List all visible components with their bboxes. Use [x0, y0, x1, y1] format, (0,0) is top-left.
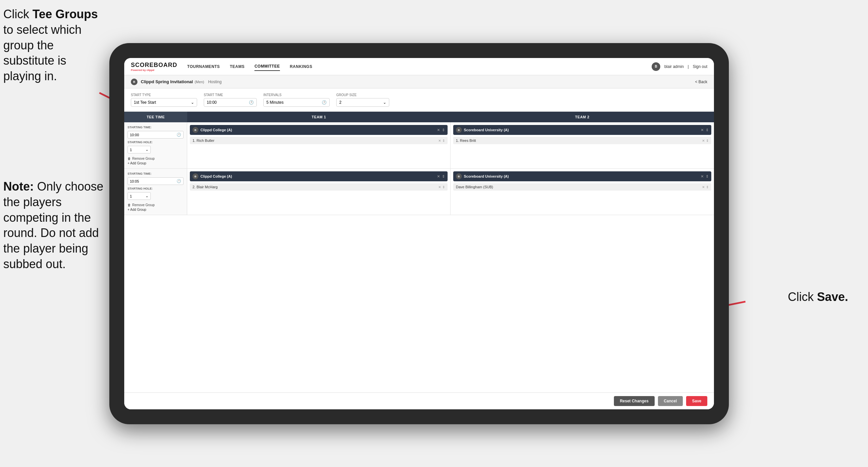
- table-row: STARTING TIME: 10:00 🕐 STARTING HOLE: 1 …: [124, 122, 714, 169]
- table-row: STARTING TIME: 10:05 🕐 STARTING HOLE: 1 …: [124, 169, 714, 215]
- group-1-time-input[interactable]: 10:00 🕐: [128, 131, 184, 139]
- group-1-remove-button[interactable]: 🗑 Remove Group: [128, 157, 184, 160]
- start-type-field: Start Type 1st Tee Start ⌄: [131, 93, 197, 107]
- trash-icon: 🗑: [128, 157, 131, 160]
- start-time-field: Start Time 10:00 🕐: [204, 93, 257, 107]
- group-2-team1-entry[interactable]: B Clippd College (A) ✕ ⇕: [190, 171, 447, 181]
- group-2-team2-badge: B: [456, 173, 462, 179]
- nav-committee[interactable]: COMMITTEE: [254, 62, 280, 71]
- start-type-label: Start Type: [131, 93, 197, 97]
- nav-links: TOURNAMENTS TEAMS COMMITTEE RANKINGS: [187, 62, 312, 71]
- group-1-settings: STARTING TIME: 10:00 🕐 STARTING HOLE: 1 …: [124, 122, 187, 168]
- logo-powered: Powered by clippd: [131, 68, 177, 71]
- hosting-label: Hosting: [208, 80, 222, 84]
- team1-header: Team 1: [187, 112, 451, 122]
- navbar: SCOREBOARD Powered by clippd TOURNAMENTS…: [124, 58, 714, 75]
- group-1-team1-player-1-arrows-icon: ⇕: [442, 139, 445, 143]
- group-size-input[interactable]: 2 ⌄: [336, 98, 389, 107]
- start-time-label: Start Time: [204, 93, 257, 97]
- group-1-actions: 🗑 Remove Group + Add Group: [128, 157, 184, 165]
- team2-header: Team 2: [451, 112, 714, 122]
- group-1-team1-remove-icon[interactable]: ✕: [437, 128, 440, 132]
- group-1-team2-remove-icon[interactable]: ✕: [701, 128, 704, 132]
- group-2-team2-entry[interactable]: B Scoreboard University (A) ✕ ⇕: [453, 171, 711, 181]
- group-1-team2-actions: ✕ ⇕: [701, 128, 709, 132]
- group-1-time-clock-icon: 🕐: [177, 133, 181, 137]
- group-2-team2-name: Scoreboard University (A): [464, 174, 699, 178]
- group-2-team1-badge: B: [192, 173, 198, 179]
- group-1-team1-name: Clippd College (A): [200, 128, 435, 132]
- group-size-field: Group Size 2 ⌄: [336, 93, 389, 107]
- group-2-hole-input[interactable]: 1 ⌄: [128, 192, 151, 200]
- group-1-team2-player-1-remove[interactable]: ✕: [702, 139, 705, 143]
- reset-changes-button[interactable]: Reset Changes: [614, 396, 655, 406]
- group-1-team1-entry[interactable]: B Clippd College (A) ✕ ⇕: [190, 125, 447, 135]
- back-button[interactable]: < Back: [695, 80, 707, 84]
- group-2-team1-player-1-arrows-icon: ⇕: [442, 185, 445, 189]
- group-2-remove-button[interactable]: 🗑 Remove Group: [128, 203, 184, 207]
- group-1-team2-player-1-name: 1. Rees Britt: [456, 139, 700, 143]
- group-1-team1-player-1-remove[interactable]: ✕: [438, 139, 441, 143]
- sign-out-link[interactable]: Sign out: [693, 64, 707, 69]
- group-2-actions: 🗑 Remove Group + Add Group: [128, 203, 184, 211]
- start-time-input[interactable]: 10:00 🕐: [204, 98, 257, 107]
- logo-scoreboard: SCOREBOARD: [131, 62, 177, 68]
- group-1-team2-entry[interactable]: B Scoreboard University (A) ✕ ⇕: [453, 125, 711, 135]
- intervals-label: Intervals: [264, 93, 330, 97]
- group-2-team2-player-1: Dave Billingham (SUB) ✕ ⇕: [453, 183, 711, 191]
- intervals-input[interactable]: 5 Minutes 🕐: [264, 98, 330, 107]
- group-1-team2-arrows-icon: ⇕: [706, 128, 709, 132]
- tee-time-header: Tee Time: [124, 112, 187, 122]
- group-2-time-input[interactable]: 10:05 🕐: [128, 177, 184, 185]
- group-2-team1-arrows-icon: ⇕: [442, 174, 445, 179]
- start-time-clock-icon: 🕐: [249, 100, 254, 105]
- group-1-team1-panel: B Clippd College (A) ✕ ⇕ 1. Rich Butler: [187, 122, 451, 168]
- tournament-gender: (Men): [194, 80, 204, 84]
- tournament-name: Clippd Spring Invitational: [141, 79, 193, 84]
- save-button[interactable]: Save: [686, 396, 707, 406]
- click-save-label: Click Save.: [788, 290, 848, 304]
- group-1-hole-label: STARTING HOLE:: [128, 141, 184, 144]
- group-2-hole-chevron-icon: ⌄: [146, 194, 148, 198]
- user-name: blair admin: [664, 64, 684, 69]
- group-1-team2-badge: B: [456, 127, 462, 133]
- nav-separator: |: [688, 64, 689, 69]
- nav-teams[interactable]: TEAMS: [230, 63, 245, 70]
- group-2-team2-remove-icon[interactable]: ✕: [701, 174, 704, 179]
- group-2-team1-name: Clippd College (A): [200, 174, 435, 178]
- intervals-field: Intervals 5 Minutes 🕐: [264, 93, 330, 107]
- col-headers: Tee Time Team 1 Team 2: [124, 112, 714, 122]
- group-2-team1-actions: ✕ ⇕: [437, 174, 445, 179]
- cancel-button[interactable]: Cancel: [658, 396, 683, 406]
- group-size-label: Group Size: [336, 93, 389, 97]
- group-2-time-label: STARTING TIME:: [128, 172, 184, 175]
- group-2-team2-player-1-remove[interactable]: ✕: [702, 185, 705, 189]
- instruction-text: Click Tee Groups to select which group t…: [3, 7, 106, 84]
- group-1-hole-input[interactable]: 1 ⌄: [128, 146, 151, 153]
- group-1-team2-player-1-arrows-icon: ⇕: [706, 139, 709, 143]
- group-2-team1-player-1: 2. Blair McHarg ✕ ⇕: [190, 183, 447, 191]
- group-2-team2-actions: ✕ ⇕: [701, 174, 709, 179]
- group-2-team1-player-1-remove[interactable]: ✕: [438, 185, 441, 189]
- group-2-team2-panel: B Scoreboard University (A) ✕ ⇕ Dave Bil…: [451, 169, 714, 215]
- content-area: Start Type 1st Tee Start ⌄ Start Time 10…: [124, 88, 714, 409]
- group-1-team1-player-1: 1. Rich Butler ✕ ⇕: [190, 137, 447, 144]
- group-1-team2-name: Scoreboard University (A): [464, 128, 699, 132]
- nav-rankings[interactable]: RANKINGS: [290, 63, 312, 70]
- start-type-input[interactable]: 1st Tee Start ⌄: [131, 98, 197, 107]
- group-1-team1-arrows-icon: ⇕: [442, 128, 445, 132]
- group-2-team1-remove-icon[interactable]: ✕: [437, 174, 440, 179]
- tablet-screen: SCOREBOARD Powered by clippd TOURNAMENTS…: [124, 58, 714, 409]
- start-type-chevron-icon: ⌄: [191, 100, 194, 105]
- trash-icon: 🗑: [128, 203, 131, 207]
- group-2-team1-panel: B Clippd College (A) ✕ ⇕ 2. Blair McHarg: [187, 169, 451, 215]
- group-2-add-button[interactable]: + Add Group: [128, 208, 184, 211]
- group-2-team2-player-1-name: Dave Billingham (SUB): [456, 185, 700, 189]
- group-2-team1-player-1-name: 2. Blair McHarg: [192, 185, 436, 189]
- group-1-add-button[interactable]: + Add Group: [128, 162, 184, 165]
- sub-header: B Clippd Spring Invitational (Men) Hosti…: [124, 75, 714, 88]
- nav-tournaments[interactable]: TOURNAMENTS: [187, 63, 220, 70]
- group-1-team2-panel: B Scoreboard University (A) ✕ ⇕ 1. Rees …: [451, 122, 714, 168]
- sub-header-badge: B: [131, 79, 137, 85]
- group-2-team2-player-1-arrows-icon: ⇕: [706, 185, 709, 189]
